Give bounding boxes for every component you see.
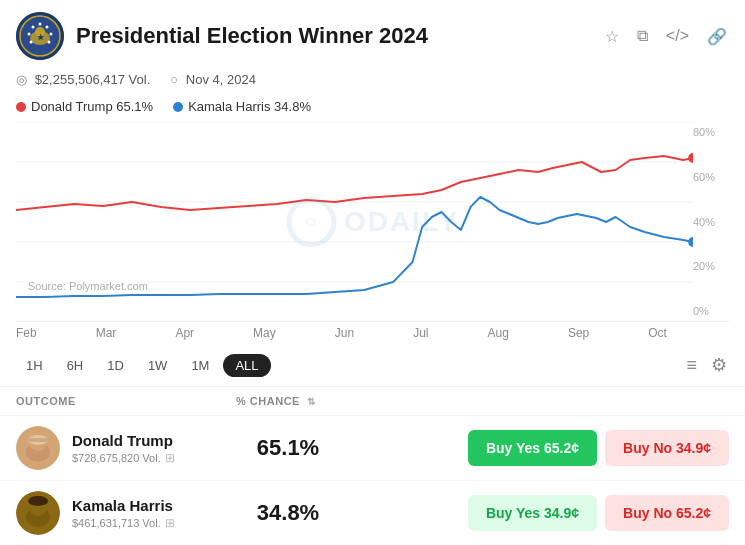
volume-icon: ◎ (16, 72, 27, 87)
svg-point-8 (32, 26, 35, 29)
candidates-list: Donald Trump $728,675,820 Vol. ⊞ 65.1% B… (0, 416, 745, 545)
candidate-avatar-0 (16, 426, 60, 470)
code-button[interactable]: </> (664, 25, 691, 47)
filter-6h[interactable]: 6H (57, 354, 94, 377)
page-title: Presidential Election Winner 2024 (76, 23, 428, 49)
svg-point-6 (50, 33, 53, 36)
filter-1d[interactable]: 1D (97, 354, 134, 377)
legend-trump: Donald Trump 65.1% (16, 99, 153, 114)
info-icon-1: ⊞ (165, 516, 175, 530)
clock-icon: ○ (170, 72, 178, 87)
candidate-name-0: Donald Trump (72, 432, 228, 449)
logo: ★ (16, 12, 64, 60)
candidate-actions-1: Buy Yes 34.9¢ Buy No 65.2¢ (348, 495, 729, 531)
candidate-name-1: Kamala Harris (72, 497, 228, 514)
col-chance-header: % CHANCE ⇅ (216, 395, 336, 407)
candidate-chance-1: 34.8% (228, 500, 348, 526)
filter-all[interactable]: ALL (223, 354, 270, 377)
chart-area: ○ ODAILY Source: Polymarket.com 80% 60% … (16, 122, 729, 322)
buy-yes-button-1[interactable]: Buy Yes 34.9¢ (468, 495, 597, 531)
date-stat: ○ Nov 4, 2024 (170, 72, 256, 87)
filter-1m[interactable]: 1M (181, 354, 219, 377)
y-axis: 80% 60% 40% 20% 0% (693, 122, 727, 321)
filter-icons: ≡ ⚙ (684, 352, 729, 378)
chart-legend: Donald Trump 65.1% Kamala Harris 34.8% (0, 95, 745, 122)
info-icon-0: ⊞ (165, 451, 175, 465)
share-button[interactable]: ⧉ (635, 25, 650, 47)
legend-harris: Kamala Harris 34.8% (173, 99, 311, 114)
sort-icon[interactable]: ⇅ (307, 396, 316, 407)
sliders-icon[interactable]: ≡ (684, 352, 699, 378)
candidate-info-1: Kamala Harris $461,631,713 Vol. ⊞ (72, 497, 228, 530)
time-filter-bar: 1H 6H 1D 1W 1M ALL ≡ ⚙ (0, 344, 745, 387)
filter-1h[interactable]: 1H (16, 354, 53, 377)
candidate-actions-0: Buy Yes 65.2¢ Buy No 34.9¢ (348, 430, 729, 466)
svg-point-27 (28, 496, 48, 506)
candidate-row-1: Kamala Harris $461,631,713 Vol. ⊞ 34.8% … (0, 481, 745, 545)
svg-rect-23 (28, 438, 48, 442)
candidate-row-0: Donald Trump $728,675,820 Vol. ⊞ 65.1% B… (0, 416, 745, 481)
stats-row: ◎ $2,255,506,417 Vol. ○ Nov 4, 2024 (0, 68, 745, 95)
svg-text:★: ★ (37, 33, 45, 42)
svg-point-7 (48, 41, 51, 44)
x-axis: Feb Mar Apr May Jun Jul Aug Sep Oct (0, 322, 709, 344)
svg-point-4 (39, 23, 42, 26)
volume-stat: ◎ $2,255,506,417 Vol. (16, 72, 150, 87)
buy-no-button-0[interactable]: Buy No 34.9¢ (605, 430, 729, 466)
star-button[interactable]: ☆ (603, 25, 621, 48)
header-actions: ☆ ⧉ </> 🔗 (603, 25, 729, 48)
candidate-vol-0: $728,675,820 Vol. ⊞ (72, 451, 228, 465)
trump-dot (16, 102, 26, 112)
svg-point-9 (28, 33, 31, 36)
svg-point-5 (46, 26, 49, 29)
buy-no-button-1[interactable]: Buy No 65.2¢ (605, 495, 729, 531)
filter-1w[interactable]: 1W (138, 354, 178, 377)
table-header: OUTCOME % CHANCE ⇅ (0, 387, 745, 416)
col-actions-header (336, 395, 729, 407)
svg-point-10 (30, 41, 33, 44)
source-label: Source: Polymarket.com (24, 279, 152, 293)
link-button[interactable]: 🔗 (705, 25, 729, 48)
header: ★ Presidential Election Winner 2024 ☆ ⧉ … (0, 0, 745, 68)
candidate-avatar-1 (16, 491, 60, 535)
harris-dot (173, 102, 183, 112)
candidate-chance-0: 65.1% (228, 435, 348, 461)
buy-yes-button-0[interactable]: Buy Yes 65.2¢ (468, 430, 597, 466)
col-outcome-header: OUTCOME (16, 395, 216, 407)
candidate-info-0: Donald Trump $728,675,820 Vol. ⊞ (72, 432, 228, 465)
candidate-vol-1: $461,631,713 Vol. ⊞ (72, 516, 228, 530)
main-container: ★ Presidential Election Winner 2024 ☆ ⧉ … (0, 0, 745, 545)
settings-icon[interactable]: ⚙ (709, 352, 729, 378)
